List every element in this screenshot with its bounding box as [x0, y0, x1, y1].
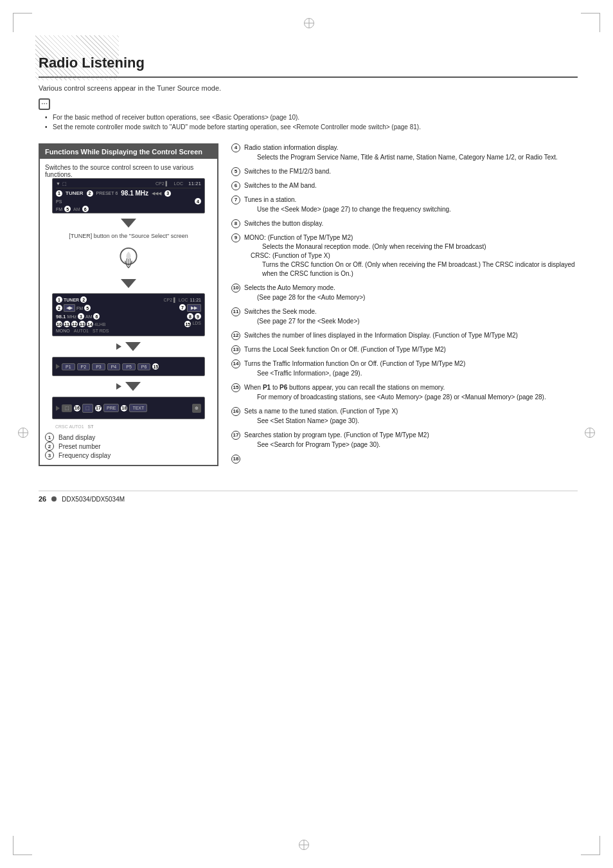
func-num-12: 12 — [231, 331, 240, 340]
btn-pty[interactable]: ⬚ — [82, 404, 93, 413]
func-num-8: 8 — [231, 219, 240, 228]
screen-num-4: 4 — [195, 198, 201, 204]
n8: 8 — [187, 313, 193, 320]
bullet-list: For the basic method of receiver button … — [39, 114, 578, 131]
step-arrow-2 — [116, 382, 141, 391]
btn-icon-right: ⊕ — [192, 404, 201, 413]
n13: 13 — [79, 321, 85, 327]
n17: 17 — [95, 405, 102, 411]
bullet-item-2: Set the remote controller mode switch to… — [45, 123, 578, 131]
func-text-4: Radio station information display. Selec… — [244, 143, 578, 162]
n2b: 2 — [56, 305, 62, 311]
func-item-16: 16 Sets a name to the tuned station. (Fu… — [231, 407, 578, 426]
n9: 9 — [195, 313, 201, 320]
preset-p3[interactable]: P3 — [92, 363, 105, 370]
step-arrow-1 — [116, 342, 141, 351]
func-sub-7: Use the <Seek Mode> (page 27) to change … — [244, 205, 578, 214]
screen-num-5: 5 — [64, 206, 71, 212]
func-item-8: 8 Switches the button display. — [231, 219, 578, 228]
screen-bottom-func: ⬚ 16 ⬚ 17 PRE 18 TEXT ⊕ — [52, 397, 205, 419]
play-icon-1 — [116, 343, 121, 350]
bullet-icon — [51, 496, 57, 502]
func-num-6: 6 — [231, 181, 240, 190]
func-text-8: Switches the button display. — [244, 219, 578, 228]
crosshair-bottom — [299, 840, 309, 850]
func-num-7: 7 — [231, 195, 240, 204]
func-sub-14: See <Traffic Information>, (page 29). — [244, 369, 578, 378]
arrow-down-1 — [121, 219, 136, 228]
n15: 15 — [152, 363, 159, 370]
right-column: 4 Radio station information display. Sel… — [231, 143, 578, 469]
n15b: 15 — [184, 321, 191, 327]
section-box: Functions While Displaying the Control S… — [39, 143, 218, 466]
func-item-5: 5 Switches to the FM1/2/3 band. — [231, 167, 578, 176]
func-sub-15: For memory of broadcasting stations, see… — [244, 393, 578, 402]
func-text-9: MONO: (Function of Type M/Type M2) Selec… — [244, 233, 578, 278]
labels-container: 1 Band display 2 Preset number 3 Frequen… — [45, 433, 212, 460]
section-description: Switches to the source control screen to… — [45, 164, 212, 178]
func-text-12: Switches the number of lines displayed i… — [244, 331, 578, 340]
func-num-16: 16 — [231, 407, 240, 416]
func-text-11: Switches the Seek mode. (See page 27 for… — [244, 307, 578, 326]
page-subtitle: Various control screens appear in the Tu… — [39, 84, 578, 92]
screen-num-6: 6 — [82, 206, 89, 212]
func-num-15: 15 — [231, 383, 240, 392]
model-name: DDX5034/DDX5034M — [62, 496, 125, 503]
btn-text[interactable]: TEXT — [129, 404, 147, 412]
play-icon-2 — [56, 364, 60, 369]
func-num-13: 13 — [231, 345, 240, 354]
n6: 6 — [93, 313, 100, 320]
func-item-18: 18 — [231, 455, 578, 464]
screen-preset: P1 P2 P3 P4 P5 P6 15 — [52, 357, 205, 376]
func-item-10: 10 Selects the Auto Memory mode. (See pa… — [231, 284, 578, 302]
label-1: 1 Band display — [45, 433, 212, 442]
func-sub9a: Selects the Monaural reception mode. (On… — [244, 242, 578, 251]
arrow-down-3 — [125, 342, 141, 351]
arrow-down-4 — [125, 382, 141, 391]
screen-frequency: 98.1 MHz — [121, 190, 148, 197]
left-column: Functions While Displaying the Control S… — [39, 143, 218, 478]
func-num-18: 18 — [231, 455, 240, 464]
label-num-3: 3 — [45, 451, 54, 460]
btn-pre[interactable]: PRE — [103, 404, 119, 412]
func-item-17: 17 Searches station by program type. (Fu… — [231, 431, 578, 449]
func-num-10: 10 — [231, 284, 240, 293]
func-text-16: Sets a name to the tuned station. (Funct… — [244, 407, 578, 426]
func-item-6: 6 Switches to the AM band. — [231, 181, 578, 190]
section-box-header: Functions While Displaying the Control S… — [40, 145, 217, 159]
crosshair-mid-left — [18, 428, 28, 438]
page-title: Radio Listening — [39, 55, 578, 71]
corner-mark-br — [581, 836, 600, 855]
label-num-2: 2 — [45, 442, 54, 451]
func-num-9: 9 — [231, 233, 240, 242]
n10: 10 — [56, 321, 62, 327]
func-item-4: 4 Radio station information display. Sel… — [231, 143, 578, 162]
func-item-9: 9 MONO: (Function of Type M/Type M2) Sel… — [231, 233, 578, 278]
play-icon-3 — [116, 383, 121, 390]
func-sub9c: Turns the CRSC function On or Off. (Only… — [244, 260, 578, 278]
n5: 5 — [84, 305, 91, 311]
label-text-3: Frequency display — [58, 452, 111, 459]
crosshair-top-right — [304, 18, 314, 28]
preset-p6[interactable]: P6 — [138, 363, 151, 370]
n14: 14 — [87, 321, 93, 327]
crosshair-mid-right — [585, 428, 595, 438]
preset-p1[interactable]: P1 — [62, 363, 75, 370]
func-text-17: Searches station by program type. (Funct… — [244, 431, 578, 449]
screen-num-1: 1 — [56, 190, 62, 197]
func-sub9b: CRSC: (Function of Type X) — [244, 251, 578, 260]
func-text-10: Selects the Auto Memory mode. (See page … — [244, 284, 578, 302]
func-num-4: 4 — [231, 143, 240, 152]
preset-p4[interactable]: P4 — [107, 363, 121, 370]
n1: 1 — [56, 296, 62, 303]
play-icon-4 — [56, 406, 60, 411]
screen-mid-row: 1 TUNER 2 PRESET 6 98.1 MHz ◀◀◀ 3 — [56, 190, 201, 197]
func-sub-16: See <Set Station Name> (page 30). — [244, 417, 578, 426]
preset-p2[interactable]: P2 — [77, 363, 91, 370]
n2: 2 — [80, 296, 87, 303]
n7: 7 — [179, 304, 186, 311]
page-footer: 26 DDX5034/DDX5034M — [39, 491, 578, 503]
screen-tuner-label: TUNER — [66, 190, 84, 196]
info-icon: ⋯ — [39, 98, 50, 110]
preset-p5[interactable]: P5 — [122, 363, 136, 370]
